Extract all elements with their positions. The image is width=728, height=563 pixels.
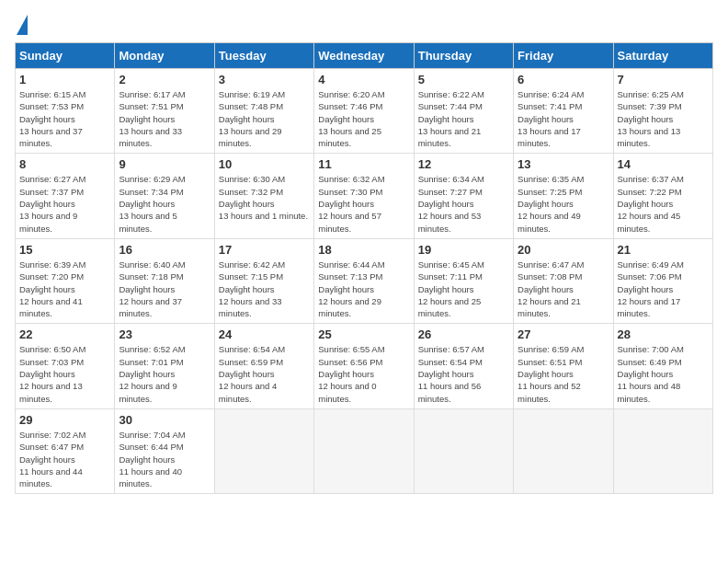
calendar-header-row: SundayMondayTuesdayWednesdayThursdayFrid… bbox=[16, 43, 713, 69]
day-number: 30 bbox=[119, 413, 210, 427]
cell-content: Sunrise: 6:25 AM Sunset: 7:39 PM Dayligh… bbox=[618, 88, 709, 149]
calendar-cell: 22 Sunrise: 6:50 AM Sunset: 7:03 PM Dayl… bbox=[16, 324, 115, 408]
day-header-sunday: Sunday bbox=[16, 43, 115, 69]
cell-content: Sunrise: 6:30 AM Sunset: 7:32 PM Dayligh… bbox=[219, 173, 310, 222]
day-number: 15 bbox=[19, 243, 110, 257]
calendar-cell: 2 Sunrise: 6:17 AM Sunset: 7:51 PM Dayli… bbox=[115, 69, 214, 154]
day-number: 11 bbox=[318, 157, 409, 171]
calendar-cell: 25 Sunrise: 6:55 AM Sunset: 6:56 PM Dayl… bbox=[314, 324, 414, 408]
cell-content: Sunrise: 6:37 AM Sunset: 7:22 PM Dayligh… bbox=[618, 173, 709, 234]
calendar-cell: 13 Sunrise: 6:35 AM Sunset: 7:25 PM Dayl… bbox=[514, 154, 613, 238]
day-number: 9 bbox=[119, 157, 210, 171]
calendar-cell: 26 Sunrise: 6:57 AM Sunset: 6:54 PM Dayl… bbox=[414, 324, 513, 408]
cell-content: Sunrise: 6:24 AM Sunset: 7:41 PM Dayligh… bbox=[518, 88, 609, 149]
day-header-tuesday: Tuesday bbox=[214, 43, 313, 69]
day-number: 27 bbox=[518, 327, 609, 341]
calendar-cell: 21 Sunrise: 6:49 AM Sunset: 7:06 PM Dayl… bbox=[613, 238, 712, 323]
calendar-cell: 7 Sunrise: 6:25 AM Sunset: 7:39 PM Dayli… bbox=[613, 69, 712, 154]
calendar-cell: 17 Sunrise: 6:42 AM Sunset: 7:15 PM Dayl… bbox=[214, 238, 313, 323]
day-header-thursday: Thursday bbox=[414, 43, 513, 69]
calendar-cell: 5 Sunrise: 6:22 AM Sunset: 7:44 PM Dayli… bbox=[414, 69, 513, 154]
calendar-cell bbox=[214, 408, 313, 493]
cell-content: Sunrise: 6:27 AM Sunset: 7:37 PM Dayligh… bbox=[19, 173, 110, 234]
day-number: 23 bbox=[119, 327, 210, 341]
cell-content: Sunrise: 6:34 AM Sunset: 7:27 PM Dayligh… bbox=[418, 173, 509, 234]
cell-content: Sunrise: 6:39 AM Sunset: 7:20 PM Dayligh… bbox=[19, 259, 110, 319]
day-number: 22 bbox=[19, 327, 110, 341]
day-number: 12 bbox=[418, 157, 509, 171]
day-number: 18 bbox=[318, 243, 409, 257]
day-number: 28 bbox=[618, 327, 709, 341]
calendar-cell: 27 Sunrise: 6:59 AM Sunset: 6:51 PM Dayl… bbox=[514, 324, 613, 408]
cell-content: Sunrise: 6:57 AM Sunset: 6:54 PM Dayligh… bbox=[418, 343, 509, 404]
cell-content: Sunrise: 6:22 AM Sunset: 7:44 PM Dayligh… bbox=[418, 88, 509, 149]
calendar-cell: 23 Sunrise: 6:52 AM Sunset: 7:01 PM Dayl… bbox=[115, 324, 214, 408]
calendar-week-1: 1 Sunrise: 6:15 AM Sunset: 7:53 PM Dayli… bbox=[16, 69, 713, 154]
day-number: 4 bbox=[318, 73, 409, 86]
calendar-cell: 20 Sunrise: 6:47 AM Sunset: 7:08 PM Dayl… bbox=[514, 238, 613, 323]
day-number: 29 bbox=[19, 413, 110, 427]
calendar-cell bbox=[613, 408, 712, 493]
cell-content: Sunrise: 7:00 AM Sunset: 6:49 PM Dayligh… bbox=[618, 343, 709, 404]
day-number: 8 bbox=[19, 157, 110, 171]
calendar-cell: 4 Sunrise: 6:20 AM Sunset: 7:46 PM Dayli… bbox=[314, 69, 414, 154]
calendar-cell: 8 Sunrise: 6:27 AM Sunset: 7:37 PM Dayli… bbox=[16, 154, 115, 238]
day-number: 17 bbox=[219, 243, 310, 257]
day-number: 7 bbox=[618, 73, 709, 86]
calendar-week-4: 22 Sunrise: 6:50 AM Sunset: 7:03 PM Dayl… bbox=[16, 324, 713, 408]
cell-content: Sunrise: 6:20 AM Sunset: 7:46 PM Dayligh… bbox=[318, 88, 409, 149]
cell-content: Sunrise: 6:45 AM Sunset: 7:11 PM Dayligh… bbox=[418, 259, 509, 319]
calendar-cell: 10 Sunrise: 6:30 AM Sunset: 7:32 PM Dayl… bbox=[214, 154, 313, 238]
calendar-cell: 24 Sunrise: 6:54 AM Sunset: 6:59 PM Dayl… bbox=[214, 324, 313, 408]
day-number: 6 bbox=[518, 73, 609, 86]
day-header-saturday: Saturday bbox=[613, 43, 712, 69]
day-number: 26 bbox=[418, 327, 509, 341]
cell-content: Sunrise: 6:29 AM Sunset: 7:34 PM Dayligh… bbox=[119, 173, 210, 234]
calendar-cell: 15 Sunrise: 6:39 AM Sunset: 7:20 PM Dayl… bbox=[16, 238, 115, 323]
calendar-week-2: 8 Sunrise: 6:27 AM Sunset: 7:37 PM Dayli… bbox=[16, 154, 713, 238]
cell-content: Sunrise: 6:55 AM Sunset: 6:56 PM Dayligh… bbox=[318, 343, 409, 404]
calendar-cell: 19 Sunrise: 6:45 AM Sunset: 7:11 PM Dayl… bbox=[414, 238, 513, 323]
calendar-cell: 1 Sunrise: 6:15 AM Sunset: 7:53 PM Dayli… bbox=[16, 69, 115, 154]
cell-content: Sunrise: 6:54 AM Sunset: 6:59 PM Dayligh… bbox=[219, 343, 310, 404]
page-header bbox=[15, 15, 713, 35]
day-number: 20 bbox=[518, 243, 609, 257]
calendar-week-3: 15 Sunrise: 6:39 AM Sunset: 7:20 PM Dayl… bbox=[16, 238, 713, 323]
calendar-cell: 12 Sunrise: 6:34 AM Sunset: 7:27 PM Dayl… bbox=[414, 154, 513, 238]
calendar-cell bbox=[414, 408, 513, 493]
cell-content: Sunrise: 6:52 AM Sunset: 7:01 PM Dayligh… bbox=[119, 343, 210, 404]
day-number: 24 bbox=[219, 327, 310, 341]
cell-content: Sunrise: 6:15 AM Sunset: 7:53 PM Dayligh… bbox=[19, 88, 110, 149]
cell-content: Sunrise: 6:32 AM Sunset: 7:30 PM Dayligh… bbox=[318, 173, 409, 234]
cell-content: Sunrise: 6:40 AM Sunset: 7:18 PM Dayligh… bbox=[119, 259, 210, 319]
calendar-cell: 28 Sunrise: 7:00 AM Sunset: 6:49 PM Dayl… bbox=[613, 324, 712, 408]
day-number: 14 bbox=[618, 157, 709, 171]
calendar-cell: 16 Sunrise: 6:40 AM Sunset: 7:18 PM Dayl… bbox=[115, 238, 214, 323]
cell-content: Sunrise: 7:02 AM Sunset: 6:47 PM Dayligh… bbox=[19, 429, 110, 489]
calendar-cell: 14 Sunrise: 6:37 AM Sunset: 7:22 PM Dayl… bbox=[613, 154, 712, 238]
logo bbox=[15, 15, 28, 35]
day-number: 3 bbox=[219, 73, 310, 86]
day-number: 19 bbox=[418, 243, 509, 257]
cell-content: Sunrise: 6:59 AM Sunset: 6:51 PM Dayligh… bbox=[518, 343, 609, 404]
calendar-cell: 29 Sunrise: 7:02 AM Sunset: 6:47 PM Dayl… bbox=[16, 408, 115, 493]
day-header-monday: Monday bbox=[115, 43, 214, 69]
day-number: 5 bbox=[418, 73, 509, 86]
cell-content: Sunrise: 6:17 AM Sunset: 7:51 PM Dayligh… bbox=[119, 88, 210, 149]
day-number: 16 bbox=[119, 243, 210, 257]
calendar-week-5: 29 Sunrise: 7:02 AM Sunset: 6:47 PM Dayl… bbox=[16, 408, 713, 493]
calendar-cell: 18 Sunrise: 6:44 AM Sunset: 7:13 PM Dayl… bbox=[314, 238, 414, 323]
logo-icon bbox=[17, 15, 28, 35]
cell-content: Sunrise: 7:04 AM Sunset: 6:44 PM Dayligh… bbox=[119, 429, 210, 489]
calendar-cell bbox=[514, 408, 613, 493]
day-header-wednesday: Wednesday bbox=[314, 43, 414, 69]
cell-content: Sunrise: 6:42 AM Sunset: 7:15 PM Dayligh… bbox=[219, 259, 310, 319]
calendar-cell: 9 Sunrise: 6:29 AM Sunset: 7:34 PM Dayli… bbox=[115, 154, 214, 238]
day-number: 13 bbox=[518, 157, 609, 171]
calendar-cell bbox=[314, 408, 414, 493]
day-number: 10 bbox=[219, 157, 310, 171]
calendar-cell: 11 Sunrise: 6:32 AM Sunset: 7:30 PM Dayl… bbox=[314, 154, 414, 238]
day-number: 21 bbox=[618, 243, 709, 257]
calendar-cell: 3 Sunrise: 6:19 AM Sunset: 7:48 PM Dayli… bbox=[214, 69, 313, 154]
day-header-friday: Friday bbox=[514, 43, 613, 69]
